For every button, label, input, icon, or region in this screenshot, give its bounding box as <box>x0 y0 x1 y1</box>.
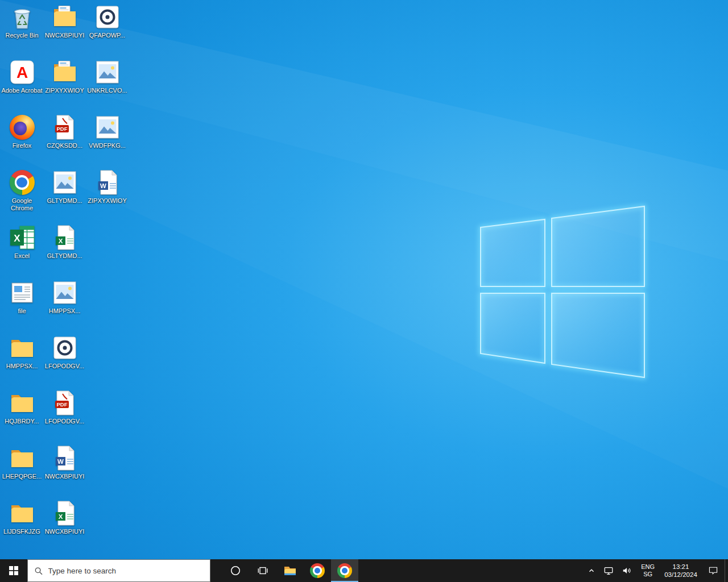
image-icon <box>94 114 121 141</box>
desktop-icon-nwcxbpiuyi-doc[interactable]: W NWCXBPIUYI <box>43 444 86 498</box>
recycle-bin-icon <box>9 3 36 31</box>
desktop-icon-label: HMPPSX... <box>49 307 81 315</box>
desktop-icon-recycle-bin[interactable]: Recycle Bin <box>1 3 43 57</box>
desktop-icon-file[interactable]: file <box>1 279 43 332</box>
desktop-icon-label: VWDFPKG... <box>89 142 126 149</box>
excel-file-icon: X <box>51 224 78 251</box>
svg-text:W: W <box>100 182 106 189</box>
desktop-icon-label: ZIPXYXWIOY <box>45 87 84 94</box>
clock-date: 03/12/2024 <box>664 571 697 579</box>
pdf-icon: PDF <box>51 389 78 417</box>
network-display-icon <box>603 566 614 576</box>
language-indicator[interactable]: ENG SG <box>636 559 660 582</box>
desktop-icon-hmppsx-folder[interactable]: HMPPSX... <box>1 334 43 388</box>
desktop-icon-qfapowp[interactable]: QFAPOWP... <box>86 3 129 57</box>
desktop-icon-label: LFOPODGV... <box>45 418 84 425</box>
start-button[interactable] <box>0 559 27 582</box>
desktop-icon-lhepqpge-folder[interactable]: LHEPQPGE... <box>1 444 43 498</box>
desktop-icon-grid: Recycle Bin NWCXBPIUYI QFAPOWP... A Adob… <box>0 0 728 559</box>
disc-icon <box>94 3 121 31</box>
clock[interactable]: 13:21 03/12/2024 <box>660 559 702 582</box>
network-tray-button[interactable] <box>599 559 618 582</box>
taskbar-search[interactable] <box>27 559 210 582</box>
show-desktop-button[interactable] <box>725 559 728 582</box>
desktop-icon-hmppsx-image[interactable]: HMPPSX... <box>43 279 86 332</box>
firefox-icon <box>9 114 36 141</box>
desktop-icon-label: Excel <box>14 252 30 260</box>
desktop-icon-zipxyxwioy-folder[interactable]: ZIPXYXWIOY <box>43 59 86 112</box>
desktop-icon-nwcxbpiuyi-sheet[interactable]: X NWCXBPIUYI <box>43 500 86 553</box>
desktop-icon-adobe-acrobat[interactable]: A Adobe Acrobat <box>1 59 43 112</box>
desktop-icon-label: LFOPODGV... <box>45 363 84 370</box>
language-line2: SG <box>643 571 652 578</box>
desktop-icon-czqksdd-pdf[interactable]: PDF CZQKSDD... <box>43 114 86 167</box>
desktop-icon-label: QFAPOWP... <box>89 32 125 39</box>
clock-time: 13:21 <box>673 563 689 571</box>
cortana-icon <box>230 565 241 576</box>
svg-text:PDF: PDF <box>56 126 67 132</box>
speaker-icon <box>622 566 632 576</box>
svg-text:A: A <box>16 64 27 81</box>
cortana-button[interactable] <box>222 559 249 582</box>
desktop-icon-google-chrome[interactable]: Google Chrome <box>1 169 43 222</box>
desktop-icon-gltydmd-image[interactable]: GLTYDMD... <box>43 169 86 222</box>
action-center-button[interactable] <box>702 559 725 582</box>
chrome-pinned-button[interactable] <box>304 559 331 582</box>
desktop-icon-label: LHEPQPGE... <box>2 473 42 480</box>
folder-icon <box>9 389 36 417</box>
search-input[interactable] <box>48 567 204 575</box>
desktop-icon-firefox[interactable]: Firefox <box>1 114 43 167</box>
desktop-icon-nwcxbpiuyi-folder[interactable]: NWCXBPIUYI <box>43 3 86 57</box>
desktop-icon-vwdfpkg-image[interactable]: VWDFPKG... <box>86 114 129 167</box>
image-icon <box>51 279 78 306</box>
chrome-icon <box>9 169 36 196</box>
task-view-button[interactable] <box>249 559 276 582</box>
desktop-icon-lfopodgv-disc[interactable]: LFOPODGV... <box>43 334 86 388</box>
image-icon <box>51 169 78 196</box>
desktop-icon-label: Adobe Acrobat <box>1 87 42 94</box>
svg-text:PDF: PDF <box>56 401 67 408</box>
desktop-icon-lijdsfkjzg-folder[interactable]: LIJDSFKJZG <box>1 500 43 553</box>
windows-desktop-screen: Recycle Bin NWCXBPIUYI QFAPOWP... A Adob… <box>0 0 728 582</box>
folder-full-icon <box>51 59 78 86</box>
desktop-icon-label: NWCXBPIUYI <box>45 32 85 39</box>
chrome-running-button[interactable] <box>331 559 358 582</box>
desktop-icon-label: NWCXBPIUYI <box>45 528 85 535</box>
system-tray: ENG SG 13:21 03/12/2024 <box>584 559 728 582</box>
folder-full-icon <box>51 3 78 31</box>
start-icon <box>9 566 18 575</box>
tray-expand-button[interactable] <box>584 559 599 582</box>
desktop-icon-hqjbrdy-folder[interactable]: HQJBRDY... <box>1 389 43 443</box>
language-line1: ENG <box>641 563 655 571</box>
desktop[interactable]: Recycle Bin NWCXBPIUYI QFAPOWP... A Adob… <box>0 0 728 559</box>
svg-text:W: W <box>57 458 64 465</box>
acrobat-icon: A <box>9 59 36 86</box>
taskbar: ENG SG 13:21 03/12/2024 <box>0 559 728 582</box>
file-explorer-icon <box>283 564 297 577</box>
file-explorer-button[interactable] <box>276 559 304 582</box>
volume-tray-button[interactable] <box>618 559 636 582</box>
desktop-icon-excel[interactable]: X Excel <box>1 224 43 277</box>
desktop-icon-label: NWCXBPIUYI <box>45 473 85 480</box>
desktop-icon-label: Google Chrome <box>1 197 43 212</box>
desktop-icon-gltydmd-sheet[interactable]: X GLTYDMD... <box>43 224 86 277</box>
desktop-icon-label: Recycle Bin <box>5 32 38 39</box>
excel-app-icon: X <box>9 224 36 251</box>
excel-file-icon: X <box>51 500 78 527</box>
desktop-icon-label: LIJDSFKJZG <box>3 528 40 535</box>
svg-text:X: X <box>58 238 63 244</box>
chrome-icon <box>310 563 325 578</box>
desktop-icon-lfopodgv-pdf[interactable]: PDF LFOPODGV... <box>43 389 86 443</box>
svg-text:X: X <box>58 513 63 520</box>
image-icon <box>94 59 121 86</box>
folder-icon <box>9 500 36 527</box>
disc-icon <box>51 334 78 361</box>
chevron-up-icon <box>588 567 595 575</box>
task-view-icon <box>257 565 268 576</box>
desktop-icon-label: HQJBRDY... <box>5 418 39 425</box>
desktop-icon-unkrlcvo-image[interactable]: UNKRLCVO... <box>86 59 129 112</box>
desktop-icon-label: Firefox <box>13 142 32 149</box>
word-icon: W <box>51 444 78 472</box>
desktop-icon-zipxyxwioy-doc[interactable]: W ZIPXYXWIOY <box>86 169 129 222</box>
desktop-icon-label: GLTYDMD... <box>47 252 82 260</box>
